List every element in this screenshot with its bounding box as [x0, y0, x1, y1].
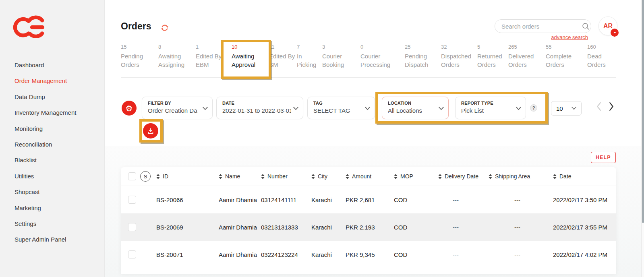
tab-dispatched-orders[interactable]: 32Dispatched Orders: [441, 42, 477, 77]
filter-label: LOCATION: [388, 101, 436, 105]
cell-city: Karachi: [311, 251, 346, 258]
tab-label: Pending Dispatch: [405, 52, 439, 69]
sort-icon: [156, 174, 160, 179]
sort-icon: [489, 174, 492, 179]
cell-city: Karachi: [311, 224, 346, 231]
cell-amount: PKR 2,193: [346, 224, 394, 231]
filter-label: DATE: [222, 101, 291, 105]
chevron-down-icon: [572, 107, 576, 110]
column-header-delivery-date[interactable]: Delivery Date: [438, 173, 489, 180]
search-input[interactable]: [501, 23, 582, 30]
sidebar-item-shopcast[interactable]: Shopcast: [14, 184, 100, 200]
sidebar-item-settings[interactable]: Settings: [14, 216, 100, 232]
column-header-id[interactable]: ID: [156, 173, 219, 180]
row-checkbox[interactable]: [128, 223, 136, 231]
row-checkbox[interactable]: [128, 196, 136, 204]
sidebar-item-inventory-management[interactable]: Inventory Management: [14, 105, 100, 120]
sort-icon: [438, 174, 442, 179]
avatar-initials: AR: [603, 23, 613, 30]
sidebar-item-super-admin-panel[interactable]: Super Admin Panel: [14, 232, 100, 247]
tab-courier-processing[interactable]: 0Courier Processing: [360, 42, 405, 77]
tab-pending-dispatch[interactable]: 25Pending Dispatch: [405, 42, 441, 77]
tab-awaiting-approval[interactable]: 10Awaiting Approval: [232, 42, 269, 77]
avatar-dropdown-icon[interactable]: [611, 29, 619, 37]
select-all-checkbox[interactable]: [128, 172, 136, 180]
sidebar-item-data-dump[interactable]: Data Dump: [14, 89, 100, 105]
tab-dead-orders[interactable]: 160Dead Orders: [587, 42, 616, 77]
table-header: SIDNameNumberCityAmountMOPDelivery DateS…: [121, 167, 616, 186]
page-size-select[interactable]: 10: [551, 101, 582, 116]
tab-pending-orders[interactable]: 15Pending Orders: [121, 42, 158, 77]
tab-awaiting-assigning[interactable]: 8Awaiting Assigning: [158, 42, 196, 77]
sidebar-item-dashboard[interactable]: Dashboard: [14, 57, 100, 73]
sort-icon: [261, 174, 265, 179]
cell-date: 2022/02/17 3:55 PM: [553, 224, 616, 231]
column-header-date[interactable]: Date: [553, 173, 616, 180]
tab-in-picking[interactable]: 7In Picking: [297, 42, 322, 77]
help-button[interactable]: HELP: [591, 152, 616, 163]
table-row[interactable]: BS-20071Aamir Dhamia03224123224KarachiPK…: [121, 241, 616, 268]
filter-dropdown-report-type[interactable]: REPORT TYPEPick List: [455, 97, 526, 119]
row-checkbox[interactable]: [128, 250, 136, 258]
tab-label: Edited By EBM: [196, 52, 230, 69]
tab-complete-orders[interactable]: 55Complete Orders: [546, 42, 587, 77]
cell-mop: COD: [394, 251, 438, 258]
company-logo-icon[interactable]: [8, 14, 49, 39]
filter-label: REPORT TYPE: [461, 101, 514, 105]
tab-count: 1: [196, 42, 230, 50]
cell-shipping_area: ---: [489, 196, 553, 203]
tab-label: In Picking: [297, 52, 321, 69]
row-checkbox-cell: [121, 223, 140, 231]
table-row[interactable]: BS-20069Aamir Dhamia03213131333KarachiPK…: [121, 213, 616, 241]
filter-dropdown-tag[interactable]: TAGSELECT TAG: [307, 97, 375, 119]
scrollbar-thumb[interactable]: [642, 0, 644, 223]
refresh-icon[interactable]: [160, 23, 169, 32]
advance-search-link[interactable]: advance search: [495, 34, 588, 40]
filter-row: ⚙ FILTER BYOrder Creation DaDATE2022-01-…: [105, 97, 644, 119]
filter-dropdown-location[interactable]: LOCATIONAll Locations: [382, 97, 449, 119]
filter-dropdown-date[interactable]: DATE2022-01-31 to 2022-03-01: [216, 97, 303, 119]
tab-edited-by-sm[interactable]: 11Edited By SM: [269, 42, 297, 77]
column-header-number[interactable]: Number: [261, 173, 311, 180]
column-header-label: Shipping Area: [495, 173, 530, 180]
orders-table: SIDNameNumberCityAmountMOPDelivery DateS…: [121, 167, 616, 274]
next-page-button[interactable]: [609, 102, 614, 111]
sidebar-item-monitoring[interactable]: Monitoring: [14, 121, 100, 136]
column-header-amount[interactable]: Amount: [346, 173, 394, 180]
cell-shipping_area: ---: [489, 224, 553, 231]
tab-count: 160: [587, 42, 615, 50]
filter-label: FILTER BY: [148, 101, 200, 105]
sidebar-item-blacklist[interactable]: Blacklist: [14, 152, 100, 168]
cell-id: BS-20071: [156, 251, 219, 258]
column-header-city[interactable]: City: [311, 173, 346, 180]
avatar[interactable]: AR: [598, 17, 617, 35]
download-button[interactable]: [143, 123, 158, 138]
sidebar-item-utilities[interactable]: Utilities: [14, 168, 100, 184]
sidebar-item-order-management[interactable]: Order Management: [14, 73, 100, 89]
filter-dropdown-filter-by[interactable]: FILTER BYOrder Creation Da: [142, 97, 213, 119]
tab-courier-booking[interactable]: 3Courier Booking: [322, 42, 360, 77]
tab-count: 55: [546, 42, 586, 50]
previous-page-button[interactable]: [596, 102, 601, 111]
cell-mop: COD: [394, 196, 438, 203]
sidebar-item-marketing[interactable]: Marketing: [14, 200, 100, 216]
search-icon[interactable]: [582, 22, 590, 30]
sort-icon: [346, 174, 349, 179]
tab-count: 11: [269, 42, 295, 50]
column-header-name[interactable]: Name: [219, 173, 261, 180]
column-header-shipping-area[interactable]: Shipping Area: [489, 173, 553, 180]
tab-count: 7: [297, 42, 321, 50]
table-row[interactable]: BS-20066Aamir Dhamia03124141111KarachiPK…: [121, 186, 616, 213]
tab-label: Complete Orders: [546, 52, 586, 69]
column-header-mop[interactable]: MOP: [394, 173, 438, 180]
filter-value: SELECT TAG: [313, 107, 362, 114]
tab-returned-orders[interactable]: 5Returned Orders: [477, 42, 508, 77]
report-help-icon[interactable]: ?: [530, 104, 537, 112]
tab-edited-by-ebm[interactable]: 1Edited By EBM: [196, 42, 232, 77]
tab-label: Dead Orders: [587, 52, 615, 69]
sidebar-item-reconciliation[interactable]: Reconciliation: [14, 136, 100, 152]
sidebar-menu: DashboardOrder ManagementData DumpInvent…: [14, 57, 100, 248]
tab-label: Awaiting Approval: [232, 52, 267, 69]
tab-delivered-orders[interactable]: 265Delivered Orders: [508, 42, 546, 77]
settings-gear-button[interactable]: ⚙: [122, 101, 137, 116]
